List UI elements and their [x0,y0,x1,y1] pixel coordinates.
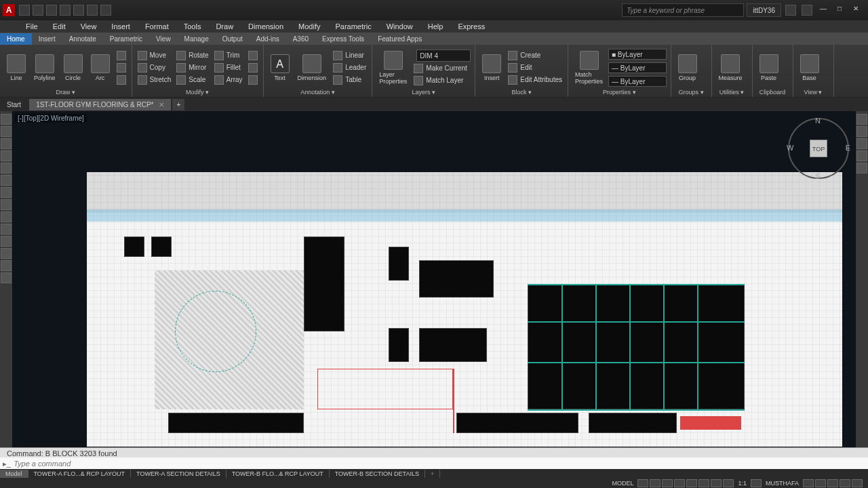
nav-zoom-icon[interactable] [856,138,867,149]
status-anno-icon[interactable] [751,479,762,487]
polyline-button[interactable]: Polyline [31,53,58,83]
nav-wheel-icon[interactable] [856,114,867,125]
layer-properties-button[interactable]: Layer Properties [376,49,410,86]
paste-button[interactable]: Paste [757,53,781,83]
menu-edit[interactable]: Edit [46,21,73,32]
tab-insert[interactable]: Insert [32,33,62,45]
make-current-button[interactable]: Make Current [412,63,471,74]
status-polar-icon[interactable] [674,479,685,487]
menu-help[interactable]: Help [421,21,450,32]
fillet-button[interactable]: Fillet [213,62,244,73]
viewport-label[interactable]: [-][Top][2D Wireframe] [15,114,87,123]
menu-tools[interactable]: Tools [177,21,208,32]
tool-spline-icon[interactable] [1,199,12,210]
status-monitor-icon[interactable] [815,479,826,487]
viewcube-top-face[interactable]: TOP [810,140,827,157]
tool-region-icon[interactable] [1,248,12,259]
copy-button[interactable]: Copy [136,62,173,73]
stretch-button[interactable]: Stretch [136,75,173,85]
edit-attributes-button[interactable]: Edit Attributes [507,75,564,85]
status-transparency-icon[interactable] [723,479,734,487]
qat-new-icon[interactable] [19,5,30,16]
menu-draw[interactable]: Draw [209,21,240,32]
menu-modify[interactable]: Modify [292,21,327,32]
tab-addins[interactable]: Add-ins [250,33,286,45]
view-cube[interactable]: TOP N S E W [788,118,849,179]
add-layout-button[interactable]: + [425,470,440,478]
match-properties-button[interactable]: Match Properties [572,49,606,86]
nav-pan-icon[interactable] [856,126,867,137]
menu-insert[interactable]: Insert [104,21,137,32]
qat-saveas-icon[interactable] [60,5,71,16]
tool-hatch-icon[interactable] [1,224,12,235]
match-layer-button[interactable]: Match Layer [412,75,471,86]
tab-parametric[interactable]: Parametric [103,33,149,45]
insert-block-button[interactable]: Insert [479,53,504,83]
layout-tab-3[interactable]: TOWER-B FLO...& RCP LAYOUT [226,470,330,478]
tab-manage[interactable]: Manage [178,33,216,45]
status-workspace-icon[interactable] [803,479,814,487]
base-button[interactable]: Base [797,53,822,83]
qat-save-icon[interactable] [46,5,57,16]
linetype-dropdown[interactable]: — ByLayer [608,76,666,87]
help-icon[interactable] [802,5,812,16]
tool-point-icon[interactable] [1,236,12,247]
minimize-button[interactable]: — [816,5,830,16]
measure-button[interactable]: Measure [716,53,745,83]
dimension-button[interactable]: Dimension [295,53,330,83]
tab-express-tools[interactable]: Express Tools [315,33,371,45]
circle-button[interactable]: Circle [61,53,85,83]
linear-button[interactable]: Linear [332,50,368,61]
array-button[interactable]: Array [213,75,244,85]
move-button[interactable]: Move [136,50,173,61]
help-search-input[interactable]: Type a keyword or phrase [622,3,744,17]
line-button[interactable]: Line [4,53,28,83]
draw-extra-1[interactable] [115,50,127,61]
status-clean-icon[interactable] [840,479,850,487]
scale-button[interactable]: Scale [175,75,210,85]
status-customize-icon[interactable] [852,479,863,487]
drawing-canvas[interactable]: [-][Top][2D Wireframe] [12,111,856,447]
menu-parametric[interactable]: Parametric [328,21,378,32]
layout-tab-model[interactable]: Model [0,470,28,478]
status-isolate-icon[interactable] [827,479,838,487]
nav-showmotion-icon[interactable] [856,163,867,174]
rotate-button[interactable]: Rotate [175,50,210,61]
modify-ex3[interactable] [247,75,259,85]
color-dropdown[interactable]: ■ ByLayer [608,49,666,60]
mirror-button[interactable]: Mirror [175,62,210,73]
group-button[interactable]: Group [675,53,700,83]
layout-tab-1[interactable]: TOWER-A FLO...& RCP LAYOUT [28,470,132,478]
text-button[interactable]: AText [268,53,292,83]
app-logo[interactable]: A [3,4,15,16]
trim-button[interactable]: Trim [213,50,244,61]
tool-ellipse-icon[interactable] [1,211,12,222]
new-tab-button[interactable]: + [172,99,184,110]
tab-featured-apps[interactable]: Featured Apps [371,33,429,45]
tab-home[interactable]: Home [0,33,32,45]
file-tab-start[interactable]: Start [0,99,28,110]
leader-button[interactable]: Leader [332,62,368,73]
close-tab-icon[interactable]: ✕ [159,101,164,108]
draw-extra-2[interactable] [115,62,127,73]
edit-block-button[interactable]: Edit [507,62,564,73]
status-snap-icon[interactable] [650,479,660,487]
status-ortho-icon[interactable] [662,479,673,487]
qat-plot-icon[interactable] [73,5,84,16]
status-lweight-icon[interactable] [711,479,722,487]
arc-button[interactable]: Arc [88,53,113,83]
modify-ex2[interactable] [247,62,259,73]
create-block-button[interactable]: Create [507,50,564,61]
layout-tab-4[interactable]: TOWER-B SECTION DETAILS [330,470,425,478]
command-input[interactable] [14,460,868,468]
tab-a360[interactable]: A360 [286,33,315,45]
menu-window[interactable]: Window [380,21,420,32]
close-button[interactable]: ✕ [849,5,863,16]
qat-undo-icon[interactable] [87,5,98,16]
tab-output[interactable]: Output [216,33,250,45]
status-osnap-icon[interactable] [686,479,697,487]
tool-polyline-icon[interactable] [1,138,12,149]
menu-format[interactable]: Format [138,21,176,32]
maximize-button[interactable]: □ [833,5,846,16]
tool-polygon-icon[interactable] [1,150,12,161]
